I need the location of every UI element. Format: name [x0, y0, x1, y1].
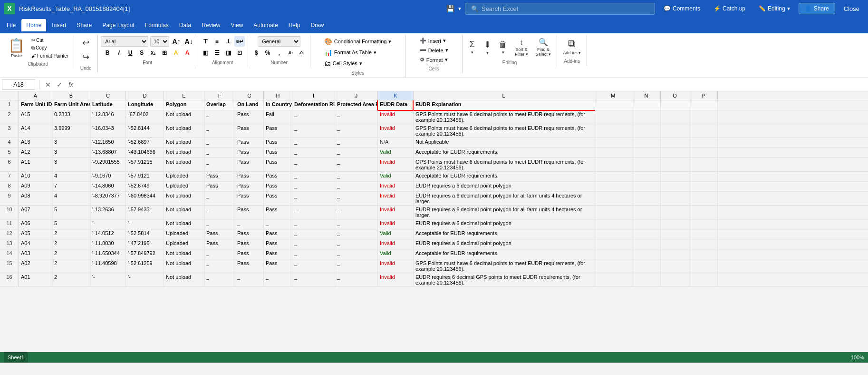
row-number[interactable]: 3 [0, 124, 19, 138]
subscript-button[interactable]: X₂ [148, 48, 158, 58]
col-header-o[interactable]: O [661, 91, 689, 100]
cell-m[interactable] [594, 124, 632, 138]
cell-n[interactable] [632, 249, 661, 259]
cell-polygon[interactable]: Not upload [164, 148, 204, 158]
cell-longitude[interactable]: '-43.104666 [126, 148, 164, 158]
decrease-decimal-button[interactable]: .0↓ [297, 48, 307, 58]
cell-m[interactable] [594, 172, 632, 181]
cell-on-land[interactable]: Pass [235, 182, 264, 191]
cell-on-land[interactable]: Pass [235, 148, 264, 158]
col-header-i[interactable]: I [292, 91, 335, 100]
cell-farm-unit-id[interactable]: A07 [19, 206, 52, 219]
cell-n[interactable] [632, 273, 661, 286]
cell-farm-unit-id[interactable]: A09 [19, 182, 52, 191]
cell-in-country[interactable]: Pass [264, 182, 292, 191]
col-header-n[interactable]: N [632, 91, 661, 100]
cell-eudr-explanation[interactable]: Acceptable for EUDR requirements. [414, 249, 594, 259]
cell-latitude[interactable]: '-12.8346 [90, 110, 126, 124]
col-header-p[interactable]: P [689, 91, 718, 100]
cell-p[interactable] [689, 206, 718, 219]
cell-latitude[interactable]: '- [90, 219, 126, 229]
row-number[interactable]: 13 [0, 239, 19, 249]
header-cell-f[interactable]: Overlap [204, 100, 235, 110]
comma-button[interactable]: , [274, 48, 284, 58]
comments-button[interactable]: 💬 Comments [659, 3, 705, 14]
format-button[interactable]: ⚙ Format ▾ [415, 55, 453, 64]
menu-share[interactable]: Share [72, 19, 96, 31]
search-bar[interactable]: 🔍 Search Excel [465, 3, 655, 15]
cell-eudr-data[interactable]: Valid [378, 148, 414, 158]
cell-overlap[interactable]: _ [204, 110, 235, 124]
cell-on-land[interactable]: Pass [235, 124, 264, 138]
header-cell-n[interactable] [632, 100, 661, 110]
col-header-l[interactable]: L [414, 91, 594, 100]
cell-deforestation-risk[interactable]: _ [292, 138, 335, 148]
cell-longitude[interactable]: '-47.2195 [126, 239, 164, 249]
cell-p[interactable] [689, 158, 718, 171]
col-header-h[interactable]: H [264, 91, 292, 100]
cell-o[interactable] [661, 172, 689, 181]
cell-protected-area-risk[interactable]: _ [335, 138, 378, 148]
cell-n[interactable] [632, 110, 661, 124]
delete-button[interactable]: ➖ Delete ▾ [415, 46, 453, 55]
cell-eudr-explanation[interactable]: EUDR requires 6 decimal GPS points to me… [414, 273, 594, 286]
cell-polygon[interactable]: Uploaded [164, 172, 204, 181]
cell-protected-area-risk[interactable]: _ [335, 148, 378, 158]
cell-n[interactable] [632, 229, 661, 239]
cell-deforestation-risk[interactable]: _ [292, 192, 335, 205]
cell-in-country[interactable]: Pass [264, 148, 292, 158]
cell-n[interactable] [632, 182, 661, 191]
cell-farm-unit-area[interactable]: 3 [52, 158, 90, 171]
row-number[interactable]: 8 [0, 182, 19, 191]
cell-o[interactable] [661, 259, 689, 273]
percent-button[interactable]: % [262, 48, 273, 58]
cell-deforestation-risk[interactable]: _ [292, 148, 335, 158]
cell-latitude[interactable]: '-9.1670 [90, 172, 126, 181]
wrap-text-button[interactable]: ≡↵ [234, 36, 245, 47]
cell-m[interactable] [594, 206, 632, 219]
cell-eudr-explanation[interactable]: GPS Points must have 6 decimal points to… [414, 158, 594, 171]
row-number[interactable]: 11 [0, 219, 19, 229]
cell-latitude[interactable]: '-13.2636 [90, 206, 126, 219]
cell-on-land[interactable]: Pass [235, 259, 264, 273]
cell-eudr-explanation[interactable]: GPS Points must have 6 decimal points to… [414, 124, 594, 138]
cell-protected-area-risk[interactable]: _ [335, 229, 378, 239]
cell-farm-unit-id[interactable]: A10 [19, 172, 52, 181]
cell-longitude[interactable]: '-52.61259 [126, 259, 164, 273]
catch-up-button[interactable]: ⚡ Catch up [709, 3, 750, 14]
cell-n[interactable] [632, 259, 661, 273]
cell-polygon[interactable]: Not upload [164, 206, 204, 219]
cell-latitude[interactable]: '-12.1650 [90, 138, 126, 148]
close-button[interactable]: Close [839, 3, 864, 14]
header-cell-l[interactable]: EUDR Explanation [414, 100, 594, 110]
cell-eudr-data[interactable]: Invalid [378, 182, 414, 191]
cell-p[interactable] [689, 110, 718, 124]
col-header-d[interactable]: D [126, 91, 164, 100]
cell-farm-unit-area[interactable]: 7 [52, 182, 90, 191]
cell-deforestation-risk[interactable]: _ [292, 249, 335, 259]
editing-button[interactable]: ✏️ Editing ▾ [754, 3, 795, 14]
cell-longitude[interactable]: '-57.91215 [126, 158, 164, 171]
cell-polygon[interactable]: Not upload [164, 249, 204, 259]
header-cell-d[interactable]: Longitude [126, 100, 164, 110]
cell-n[interactable] [632, 219, 661, 229]
cell-on-land[interactable]: Pass [235, 110, 264, 124]
row-number[interactable]: 15 [0, 259, 19, 273]
cell-polygon[interactable]: Uploaded [164, 229, 204, 239]
menu-insert[interactable]: Insert [47, 19, 71, 31]
col-header-g[interactable]: G [235, 91, 264, 100]
menu-page-layout[interactable]: Page Layout [97, 19, 139, 31]
header-cell-b[interactable]: Farm Unit Area [52, 100, 90, 110]
cell-longitude[interactable]: '-57.9121 [126, 172, 164, 181]
italic-button[interactable]: I [114, 48, 124, 58]
cell-overlap[interactable]: Pass [204, 182, 235, 191]
cell-o[interactable] [661, 206, 689, 219]
header-cell-k[interactable]: EUDR Data [378, 100, 414, 110]
cell-protected-area-risk[interactable]: _ [335, 124, 378, 138]
cell-overlap[interactable]: Pass [204, 239, 235, 249]
underline-button[interactable]: U [125, 48, 135, 58]
cell-p[interactable] [689, 259, 718, 273]
align-middle-button[interactable]: ≡ [212, 36, 222, 47]
cell-longitude[interactable]: '-60.998344 [126, 192, 164, 205]
cell-o[interactable] [661, 192, 689, 205]
